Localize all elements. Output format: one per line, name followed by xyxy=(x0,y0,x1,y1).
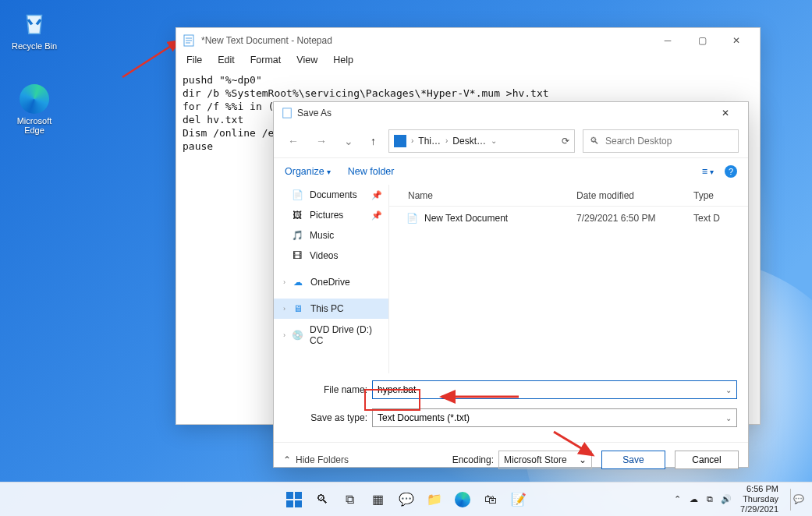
search-icon: 🔍︎ xyxy=(590,136,599,147)
clock-day: Thursday xyxy=(740,494,778,504)
nav-recent-button[interactable]: ⌄ xyxy=(339,132,358,150)
file-type: Text D xyxy=(693,213,720,224)
menu-view[interactable]: View xyxy=(294,53,320,70)
chevron-down-icon[interactable]: ⌄ xyxy=(725,414,732,422)
file-row[interactable]: 📄New Text Document 7/29/2021 6:50 PM Tex… xyxy=(389,207,748,230)
videos-icon: 🎞 xyxy=(291,249,303,262)
nav-tree: 📄Documents📌 🖼Pictures📌 🎵Music 🎞Videos ›☁… xyxy=(274,185,389,373)
menu-format[interactable]: Format xyxy=(248,53,284,70)
pin-icon: 📌 xyxy=(371,210,382,221)
start-button[interactable] xyxy=(283,489,305,511)
edge-taskbar-button[interactable] xyxy=(452,489,473,511)
minimize-button[interactable]: ─ xyxy=(651,29,685,52)
column-header-type[interactable]: Type xyxy=(693,190,714,201)
pin-icon: 📌 xyxy=(371,190,382,200)
tree-item-videos[interactable]: 🎞Videos xyxy=(274,246,388,266)
menu-help[interactable]: Help xyxy=(331,53,356,70)
tray-onedrive-icon[interactable]: ☁ xyxy=(686,494,700,504)
hide-folders-button[interactable]: ⌃Hide Folders xyxy=(283,454,349,465)
clock-date: 7/29/2021 xyxy=(740,504,778,514)
nav-back-button[interactable]: ← xyxy=(283,132,303,150)
pictures-icon: 🖼 xyxy=(291,209,303,221)
save-type-combo[interactable]: Text Documents (*.txt)⌄ xyxy=(372,408,737,427)
save-as-dialog: Save As ✕ ← → ⌄ ↑ › Thi… › Deskt… ⌄ ⟳ 🔍︎… xyxy=(273,101,749,468)
desktop-icon-edge[interactable]: Microsoft Edge xyxy=(6,84,62,135)
tray-chevron-icon[interactable]: ⌃ xyxy=(670,494,684,504)
nav-forward-button[interactable]: → xyxy=(311,132,332,150)
close-button[interactable]: ✕ xyxy=(719,29,753,52)
maximize-button[interactable]: ▢ xyxy=(685,29,719,52)
text-file-icon: 📄 xyxy=(406,213,418,224)
save-button[interactable]: Save xyxy=(601,451,665,469)
tree-item-onedrive[interactable]: ›☁OneDrive xyxy=(274,272,388,292)
taskbar-search-button[interactable]: 🔍︎ xyxy=(311,489,333,511)
file-pane: Name Date modified Type 📄New Text Docume… xyxy=(389,185,748,373)
tray-meet-icon[interactable]: ⧉ xyxy=(703,494,717,504)
notepad-menubar: File Edit Format View Help xyxy=(176,53,760,70)
desktop-icon-recycle-bin[interactable]: Recycle Bin xyxy=(6,6,62,51)
new-folder-button[interactable]: New folder xyxy=(348,166,395,177)
column-header-date[interactable]: Date modified xyxy=(576,190,693,201)
desktop-icon-label: Microsoft Edge xyxy=(6,116,62,135)
encoding-value: Microsoft Store xyxy=(504,454,567,465)
explorer-button[interactable]: 📁 xyxy=(424,489,445,511)
clock-time: 6:56 PM xyxy=(740,484,778,494)
dvd-icon: 💿 xyxy=(292,329,303,341)
notepad-taskbar-button[interactable]: 📝 xyxy=(508,489,530,511)
address-bar[interactable]: › Thi… › Deskt… ⌄ ⟳ xyxy=(388,129,575,153)
task-view-button[interactable]: ⧉ xyxy=(339,489,361,511)
edge-icon xyxy=(20,84,49,114)
tree-item-pictures[interactable]: 🖼Pictures📌 xyxy=(274,205,388,225)
chevron-down-icon[interactable]: ⌄ xyxy=(579,454,587,465)
this-pc-icon: 🖥 xyxy=(292,302,304,315)
recycle-bin-icon xyxy=(18,6,51,39)
filename-input[interactable]: hyper.bat⌄ xyxy=(372,380,737,399)
encoding-label: Encoding: xyxy=(452,454,494,465)
tree-item-documents[interactable]: 📄Documents📌 xyxy=(274,185,388,205)
desktop-icon-label: Recycle Bin xyxy=(6,41,62,51)
taskbar-clock[interactable]: 6:56 PM Thursday 7/29/2021 xyxy=(736,484,783,514)
taskbar: 🔍︎ ⧉ ▦ 💬 📁 🛍 📝 ⌃ ☁ ⧉ 🔊 6:56 PM Thursday … xyxy=(0,482,812,516)
chevron-up-icon: ⌃ xyxy=(283,454,291,465)
file-name: New Text Document xyxy=(424,213,508,224)
notepad-icon xyxy=(282,108,293,118)
file-date: 7/29/2021 6:50 PM xyxy=(576,213,693,224)
menu-edit[interactable]: Edit xyxy=(215,53,237,70)
nav-up-button[interactable]: ↑ xyxy=(366,132,381,150)
filename-value: hyper.bat xyxy=(378,384,416,395)
menu-file[interactable]: File xyxy=(184,53,204,70)
notepad-icon xyxy=(183,34,195,47)
tree-item-music[interactable]: 🎵Music xyxy=(274,225,388,246)
tree-item-dvd[interactable]: ›💿DVD Drive (D:) CC xyxy=(274,325,388,345)
widgets-button[interactable]: ▦ xyxy=(367,489,389,511)
svg-line-0 xyxy=(122,41,179,77)
search-placeholder: Search Desktop xyxy=(605,136,672,147)
organize-button[interactable]: Organize▾ xyxy=(285,166,331,177)
breadcrumb-segment[interactable]: Thi… xyxy=(418,136,441,147)
help-button[interactable]: ? xyxy=(725,165,737,178)
search-input[interactable]: 🔍︎ Search Desktop xyxy=(583,129,739,153)
onedrive-icon: ☁ xyxy=(292,276,304,288)
encoding-combo[interactable]: Microsoft Store⌄ xyxy=(498,451,592,469)
svg-rect-5 xyxy=(283,108,292,118)
refresh-button[interactable]: ⟳ xyxy=(562,136,569,147)
notepad-titlebar[interactable]: *New Text Document - Notepad ─ ▢ ✕ xyxy=(176,28,760,53)
notepad-title: *New Text Document - Notepad xyxy=(201,35,332,46)
chat-button[interactable]: 💬 xyxy=(395,489,417,511)
breadcrumb-dropdown[interactable]: ⌄ xyxy=(491,136,497,145)
view-options-button[interactable]: ≡▾ xyxy=(702,166,714,177)
tree-item-this-pc[interactable]: ›🖥This PC xyxy=(274,299,388,319)
notifications-button[interactable]: 💬 xyxy=(790,489,806,511)
tray-volume-icon[interactable]: 🔊 xyxy=(719,494,733,504)
save-type-label: Save as type: xyxy=(285,412,372,423)
column-header-name[interactable]: Name xyxy=(389,190,576,201)
dialog-title: Save As xyxy=(297,108,332,118)
close-button[interactable]: ✕ xyxy=(711,103,740,123)
store-button[interactable]: 🛍 xyxy=(480,489,502,511)
dialog-titlebar[interactable]: Save As ✕ xyxy=(274,102,748,124)
filename-label: File name: xyxy=(285,384,372,395)
breadcrumb-segment[interactable]: Deskt… xyxy=(452,136,486,147)
save-type-value: Text Documents (*.txt) xyxy=(378,412,470,423)
chevron-down-icon[interactable]: ⌄ xyxy=(725,386,732,394)
cancel-button[interactable]: Cancel xyxy=(675,451,739,469)
